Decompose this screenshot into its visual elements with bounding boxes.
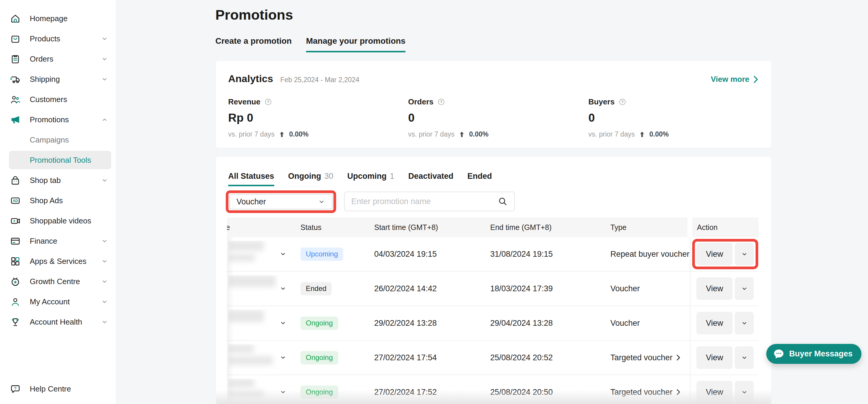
chevron-down-icon (101, 35, 108, 42)
sidebar-item-shop-ads[interactable]: ADShop Ads (0, 190, 116, 211)
chevron-down-icon (101, 278, 108, 285)
sidebar-item-label: Growth Centre (30, 277, 80, 286)
action-column-divider (690, 237, 690, 404)
promotions-table: eStatusStart time (GMT+8)End time (GMT+8… (227, 217, 758, 404)
sidebar-item-label: Promotions (30, 115, 69, 124)
analytics-header: Analytics Feb 25,2024 - Mar 2,2024 (228, 73, 359, 85)
status-tab-upcoming[interactable]: Upcoming1 (347, 172, 395, 186)
svg-text:?: ? (267, 100, 270, 104)
buyer-messages-button[interactable]: Buyer Messages (766, 344, 862, 364)
sidebar-item-help-centre[interactable]: ? Help Centre (0, 379, 116, 399)
expand-row-chevron-down-icon[interactable] (279, 285, 287, 292)
search-icon[interactable] (498, 196, 508, 207)
sidebar-item-my-account[interactable]: My Account (0, 291, 116, 312)
view-button[interactable]: View (696, 312, 733, 334)
sidebar-nav: HomepageProductsOrdersShippingCustomersP… (0, 8, 116, 332)
help-centre-icon: ? (10, 383, 21, 395)
products-icon (10, 33, 21, 44)
search-input[interactable] (351, 197, 498, 206)
sidebar-item-shop-tab[interactable]: Shop tab (0, 170, 116, 190)
view-more-link[interactable]: View more (711, 75, 758, 84)
header-action-gap (687, 217, 692, 237)
question-icon[interactable]: ? (618, 98, 626, 106)
promotions-icon (10, 114, 21, 125)
expand-row-chevron-down-icon[interactable] (279, 354, 287, 362)
table-row: Ongoing 29/02/2024 13:28 29/04/2024 13:2… (227, 306, 758, 341)
start-time: 04/03/2024 19:15 (374, 237, 437, 271)
promotion-type[interactable]: Targeted voucher (610, 341, 681, 375)
account-health-icon (10, 316, 21, 328)
view-button[interactable]: View (696, 346, 733, 369)
sidebar-item-account-health[interactable]: Account Health (0, 312, 116, 332)
chevron-down-icon (101, 318, 108, 326)
promotion-name-redacted (228, 379, 278, 404)
metric-label: Orders (408, 97, 433, 106)
svg-text:?: ? (14, 386, 17, 390)
sidebar-item-shipping[interactable]: Shipping (0, 69, 116, 89)
svg-text:?: ? (440, 100, 443, 104)
tab-create-a-promotion[interactable]: Create a promotion (215, 36, 292, 52)
view-button[interactable]: View (696, 243, 733, 266)
metric-value: 0 (588, 111, 669, 124)
sidebar-item-products[interactable]: Products (0, 29, 116, 49)
sidebar-item-homepage[interactable]: Homepage (0, 8, 116, 29)
chevron-down-icon (318, 198, 326, 206)
view-dropdown-chevron-down-icon[interactable] (735, 277, 754, 300)
question-icon[interactable]: ? (264, 98, 272, 106)
expand-row-chevron-down-icon[interactable] (279, 389, 287, 396)
sidebar-item-label: Shop Ads (30, 196, 63, 205)
sidebar-item-promotions[interactable]: Promotions (0, 110, 116, 130)
analytics-title: Analytics (228, 73, 273, 85)
status-tab-ongoing[interactable]: Ongoing30 (288, 172, 334, 186)
metric-compare-label: vs. prior 7 days (228, 130, 275, 138)
status-badge: Ongoing (301, 316, 338, 330)
chevron-right-icon (753, 75, 758, 83)
sidebar-item-apps-services[interactable]: Apps & Services (0, 251, 116, 271)
svg-text:AD: AD (13, 199, 18, 203)
chevron-down-icon (101, 55, 108, 63)
promotion-type: Voucher (610, 272, 640, 306)
sidebar-item-label: Apps & Services (30, 257, 87, 266)
status-tab-all-statuses[interactable]: All Statuses (228, 172, 274, 186)
home-icon (10, 13, 21, 24)
action-buttons: View (696, 312, 754, 334)
sidebar-item-shoppable-videos[interactable]: Shoppable videos (0, 211, 116, 231)
promotion-name-redacted (228, 344, 278, 372)
status-tab-ended[interactable]: Ended (467, 172, 492, 186)
status-badge: Ended (301, 282, 332, 296)
end-time: 25/08/2024 20:52 (490, 341, 553, 375)
chevron-right-icon (676, 354, 681, 361)
view-dropdown-chevron-down-icon[interactable] (735, 346, 754, 369)
status-tab-deactivated[interactable]: Deactivated (408, 172, 454, 186)
metric-change: 0.00% (649, 130, 669, 138)
sidebar-item-promotional-tools[interactable]: Promotional Tools (9, 151, 111, 169)
promotion-type-select[interactable]: Voucher (229, 194, 333, 210)
chevron-down-icon (101, 298, 108, 306)
metric-value: Rp 0 (228, 111, 308, 124)
metric-buyers: Buyers ? 0 vs. prior 7 days 0.00% (588, 97, 669, 138)
view-dropdown-chevron-down-icon[interactable] (735, 381, 754, 403)
chevron-right-icon (676, 389, 681, 395)
analytics-date-range: Feb 25,2024 - Mar 2,2024 (280, 76, 359, 84)
tab-manage-your-promotions[interactable]: Manage your promotions (306, 36, 405, 52)
sidebar-item-customers[interactable]: Customers (0, 89, 116, 110)
promotion-type[interactable]: Targeted voucher (610, 375, 681, 404)
sidebar-item-finance[interactable]: Finance (0, 231, 116, 251)
view-button[interactable]: View (696, 381, 733, 403)
sidebar-item-growth-centre[interactable]: Growth Centre (0, 271, 116, 291)
expand-row-chevron-down-icon[interactable] (279, 319, 287, 327)
table-row: Ended 26/02/2024 14:42 18/03/2024 17:39 … (227, 272, 758, 306)
growth-centre-icon (10, 276, 21, 287)
question-icon[interactable]: ? (437, 98, 445, 106)
promotion-search (344, 192, 515, 211)
sidebar-item-orders[interactable]: Orders (0, 49, 116, 69)
status-badge: Ongoing (301, 385, 338, 399)
view-button[interactable]: View (696, 277, 733, 300)
column-header-action: Action (697, 217, 717, 237)
expand-row-chevron-down-icon[interactable] (279, 250, 287, 258)
chevron-up-icon (101, 116, 108, 123)
sidebar-item-campaigns[interactable]: Campaigns (0, 130, 116, 150)
my-account-icon (10, 296, 21, 307)
view-dropdown-chevron-down-icon[interactable] (735, 243, 754, 266)
view-dropdown-chevron-down-icon[interactable] (735, 312, 754, 334)
